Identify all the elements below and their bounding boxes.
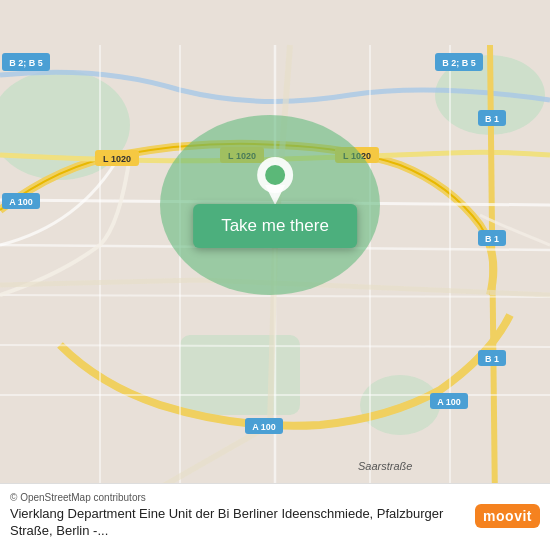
map-background: B 2; B 5 B 2; B 5 L 1020 L 1020 L 1020 A… — [0, 0, 550, 550]
osm-attribution: © OpenStreetMap contributors — [10, 492, 465, 503]
bottom-bar: © OpenStreetMap contributors Vierklang D… — [0, 483, 550, 550]
svg-text:B 2; B 5: B 2; B 5 — [9, 58, 43, 68]
svg-text:A 100: A 100 — [9, 197, 33, 207]
svg-point-40 — [265, 165, 285, 185]
svg-text:B 1: B 1 — [485, 114, 499, 124]
moovit-logo: moovit — [475, 504, 540, 528]
svg-text:A 100: A 100 — [252, 422, 276, 432]
map-container: B 2; B 5 B 2; B 5 L 1020 L 1020 L 1020 A… — [0, 0, 550, 550]
svg-text:L 1020: L 1020 — [103, 154, 131, 164]
svg-text:B 1: B 1 — [485, 354, 499, 364]
svg-text:Saarstraße: Saarstraße — [358, 460, 412, 472]
bottom-bar-text: © OpenStreetMap contributors Vierklang D… — [10, 492, 475, 540]
svg-text:A 100: A 100 — [437, 397, 461, 407]
take-me-there-button[interactable]: Take me there — [193, 204, 357, 248]
location-name: Vierklang Department Eine Unit der Bi Be… — [10, 506, 465, 540]
svg-text:B 2; B 5: B 2; B 5 — [442, 58, 476, 68]
svg-text:B 1: B 1 — [485, 234, 499, 244]
moovit-label: moovit — [475, 504, 540, 528]
svg-marker-41 — [265, 185, 285, 205]
location-pin-icon — [253, 160, 297, 204]
button-overlay: Take me there — [193, 160, 357, 248]
